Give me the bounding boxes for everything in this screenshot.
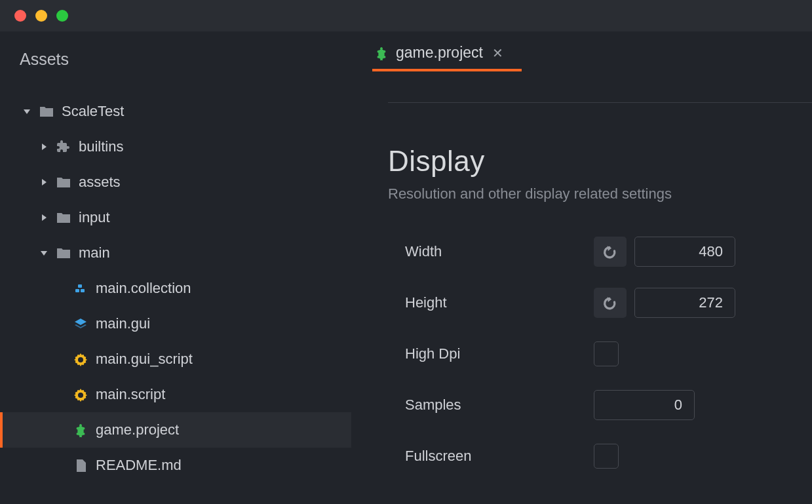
folder-icon (52, 210, 75, 225)
setting-row: Height (388, 277, 812, 328)
tree-item-label: main.collection (92, 280, 191, 297)
folder-icon (52, 246, 75, 260)
checkbox[interactable] (594, 444, 619, 469)
tree-item[interactable]: main.script (0, 377, 351, 412)
tree-item[interactable]: game.project (0, 412, 351, 448)
tree-item-label: main.gui_script (92, 351, 193, 368)
setting-control (594, 341, 619, 366)
window-close-button[interactable] (14, 10, 26, 22)
settings-list: WidthHeightHigh DpiSamplesFullscreen (388, 226, 812, 482)
window-zoom-button[interactable] (56, 10, 68, 22)
tree-item-label: assets (75, 174, 121, 191)
number-input[interactable] (634, 237, 735, 267)
tab-game-project[interactable]: game.project ✕ (374, 44, 520, 71)
section-title: Display (388, 145, 812, 178)
tree-item[interactable]: main.gui_script (0, 341, 351, 377)
tree-item[interactable]: assets (0, 165, 351, 200)
setting-row: High Dpi (388, 328, 812, 379)
setting-label: Samples (388, 397, 594, 414)
chevron-down-icon[interactable] (35, 248, 52, 258)
tab-active-indicator (372, 69, 522, 71)
setting-control (594, 390, 695, 420)
folder-icon (52, 175, 75, 189)
setting-control (594, 444, 619, 469)
window-minimize-button[interactable] (35, 10, 47, 22)
folder-icon (35, 104, 58, 119)
number-input[interactable] (594, 390, 695, 420)
tree-item-label: builtins (75, 138, 123, 155)
puzzle-icon (52, 140, 75, 154)
editor-panel: game.project ✕ Display Resolution and ot… (351, 31, 812, 504)
assets-panel-title: Assets (0, 31, 351, 94)
setting-row: Fullscreen (388, 431, 812, 482)
setting-label: Width (388, 243, 594, 260)
window-titlebar (0, 0, 812, 31)
tree-item-label: input (75, 209, 110, 226)
chevron-right-icon[interactable] (35, 213, 52, 222)
section-divider (388, 102, 812, 103)
tree-item-label: main.gui (92, 315, 150, 332)
tree-item-label: ScaleTest (58, 103, 124, 120)
close-icon[interactable]: ✕ (492, 45, 503, 61)
setting-control (594, 237, 735, 267)
tree-item[interactable]: builtins (0, 129, 351, 165)
setting-label: High Dpi (388, 345, 594, 362)
setting-row: Samples (388, 379, 812, 431)
green-icon (69, 423, 92, 437)
tree-item[interactable]: main.collection (0, 271, 351, 306)
project-icon (374, 45, 389, 61)
tree-item-label: main (75, 244, 110, 262)
tab-label: game.project (396, 44, 483, 62)
tree-item-label: main.script (92, 386, 165, 403)
chevron-right-icon[interactable] (35, 142, 52, 151)
gear-icon (69, 387, 92, 402)
brick-icon (69, 281, 92, 296)
tree-item[interactable]: input (0, 200, 351, 235)
gear-icon (69, 352, 92, 366)
setting-label: Fullscreen (388, 448, 594, 465)
tree-item[interactable]: main.gui (0, 306, 351, 341)
settings-content: Display Resolution and other display rel… (351, 71, 812, 482)
setting-row: Width (388, 226, 812, 277)
chevron-right-icon[interactable] (35, 178, 52, 187)
checkbox[interactable] (594, 341, 619, 366)
tree-item[interactable]: main (0, 235, 351, 271)
tree-item-label: game.project (92, 421, 179, 438)
assets-tree: ScaleTestbuiltinsassetsinputmainmain.col… (0, 94, 351, 483)
reset-button[interactable] (594, 237, 627, 267)
tree-item[interactable]: ScaleTest (0, 94, 351, 129)
tab-bar: game.project ✕ (351, 31, 812, 71)
reset-button[interactable] (594, 288, 627, 318)
tree-item[interactable]: README.md (0, 448, 351, 483)
number-input[interactable] (634, 288, 735, 318)
tree-item-label: README.md (92, 457, 182, 474)
section-subtitle: Resolution and other display related set… (388, 185, 812, 203)
assets-panel: Assets ScaleTestbuiltinsassetsinputmainm… (0, 31, 351, 504)
chevron-down-icon[interactable] (18, 107, 35, 116)
setting-control (594, 288, 735, 318)
setting-label: Height (388, 294, 594, 311)
doc-icon (69, 458, 92, 473)
layers-icon (69, 317, 92, 331)
